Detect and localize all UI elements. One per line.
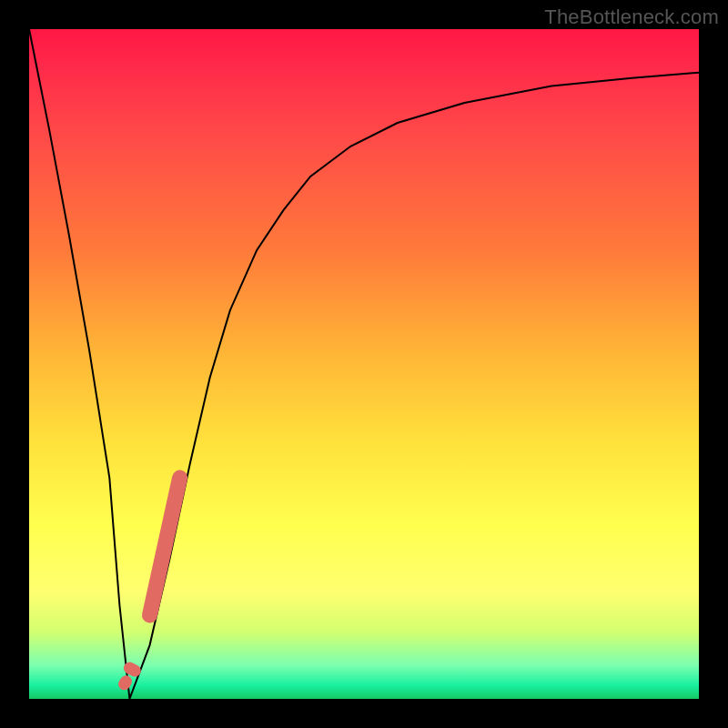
watermark-text: TheBottleneck.com xyxy=(544,5,719,29)
plot-area xyxy=(29,29,699,699)
chart-svg xyxy=(29,29,699,699)
highlight-segment xyxy=(125,478,180,684)
chart-frame: TheBottleneck.com xyxy=(0,0,728,728)
bottleneck-curve xyxy=(29,29,699,699)
